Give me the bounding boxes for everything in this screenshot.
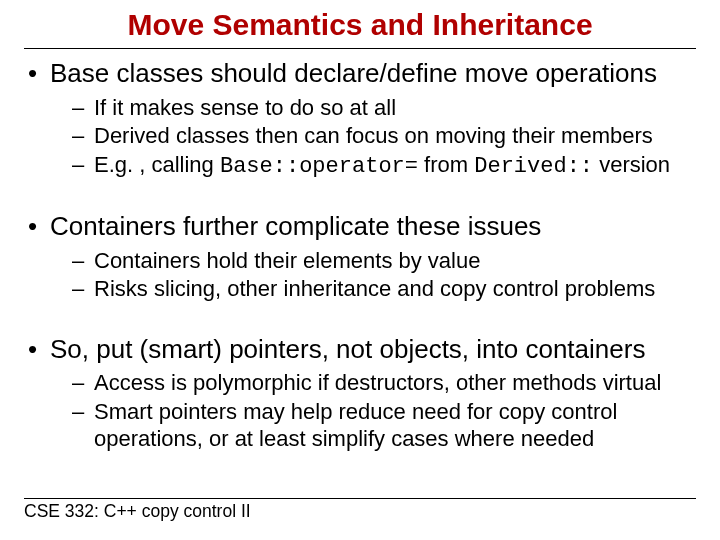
code-span: Derived:: bbox=[474, 154, 593, 179]
bullet-text: Base classes should declare/define move … bbox=[28, 57, 692, 90]
sub-text-pre: E.g. , calling bbox=[94, 152, 220, 177]
sub-text: Smart pointers may help reduce need for … bbox=[94, 399, 617, 452]
sub-list: If it makes sense to do so at all Derive… bbox=[28, 94, 692, 181]
sub-text-mid: from bbox=[418, 152, 474, 177]
content: Base classes should declare/define move … bbox=[0, 57, 720, 453]
list-item: Containers further complicate these issu… bbox=[28, 210, 692, 303]
sub-item: Containers hold their elements by value bbox=[72, 247, 692, 275]
bullet-list: Base classes should declare/define move … bbox=[28, 57, 692, 453]
sub-item: Derived classes then can focus on moving… bbox=[72, 122, 692, 150]
footer-rule bbox=[24, 498, 696, 499]
footer-text: CSE 332: C++ copy control II bbox=[24, 501, 696, 522]
title-underline bbox=[24, 48, 696, 49]
footer: CSE 332: C++ copy control II bbox=[24, 498, 696, 522]
sub-item: E.g. , calling Base::operator= from Deri… bbox=[72, 151, 692, 181]
sub-list: Access is polymorphic if destructors, ot… bbox=[28, 369, 692, 453]
bullet-text: So, put (smart) pointers, not objects, i… bbox=[28, 333, 692, 366]
sub-item: If it makes sense to do so at all bbox=[72, 94, 692, 122]
sub-text: Access is polymorphic if destructors, ot… bbox=[94, 370, 661, 395]
sub-text: If it makes sense to do so at all bbox=[94, 95, 396, 120]
slide-title: Move Semantics and Inheritance bbox=[24, 8, 696, 44]
bullet-text: Containers further complicate these issu… bbox=[28, 210, 692, 243]
sub-text: Containers hold their elements by value bbox=[94, 248, 480, 273]
sub-text: Risks slicing, other inheritance and cop… bbox=[94, 276, 655, 301]
sub-item: Risks slicing, other inheritance and cop… bbox=[72, 275, 692, 303]
sub-item: Smart pointers may help reduce need for … bbox=[72, 398, 692, 453]
title-wrap: Move Semantics and Inheritance bbox=[24, 8, 696, 44]
sub-text: Derived classes then can focus on moving… bbox=[94, 123, 653, 148]
sub-item: Access is polymorphic if destructors, ot… bbox=[72, 369, 692, 397]
code-span: Base::operator= bbox=[220, 154, 418, 179]
slide: Move Semantics and Inheritance Base clas… bbox=[0, 0, 720, 540]
sub-text-post: version bbox=[593, 152, 670, 177]
sub-list: Containers hold their elements by value … bbox=[28, 247, 692, 303]
list-item: So, put (smart) pointers, not objects, i… bbox=[28, 333, 692, 453]
list-item: Base classes should declare/define move … bbox=[28, 57, 692, 180]
